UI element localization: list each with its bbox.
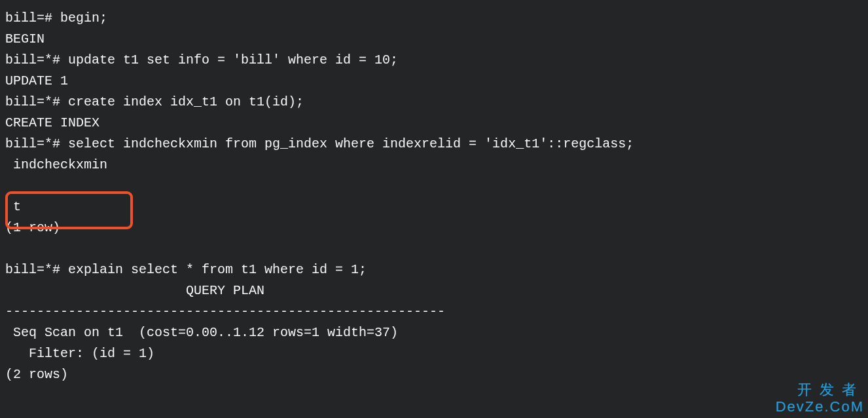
terminal-line: bill=*# create index idx_t1 on t1(id); — [5, 94, 304, 109]
terminal-line: CREATE INDEX — [5, 115, 99, 130]
terminal-line: ----------------------------------------… — [5, 304, 445, 319]
terminal-line: Filter: (id = 1) — [5, 346, 154, 361]
terminal-line: Seq Scan on t1 (cost=0.00..1.12 rows=1 w… — [5, 325, 398, 340]
terminal-line: bill=*# update t1 set info = 'bill' wher… — [5, 52, 398, 67]
terminal-line: (1 row) — [5, 220, 60, 235]
terminal-line: BEGIN — [5, 31, 45, 47]
terminal-line: bill=*# explain select * from t1 where i… — [5, 262, 367, 277]
terminal-output[interactable]: bill=# begin; BEGIN bill=*# update t1 se… — [0, 0, 868, 393]
terminal-line: bill=# begin; — [5, 10, 107, 26]
terminal-line: bill=*# select indcheckxmin from pg_inde… — [5, 136, 634, 151]
terminal-line: t — [5, 199, 21, 214]
watermark-en: DevZe.CoM — [776, 398, 864, 415]
terminal-line: (2 rows) — [5, 367, 68, 382]
terminal-line: QUERY PLAN — [5, 283, 264, 298]
terminal-line: indcheckxmin — [5, 157, 107, 172]
terminal-line: UPDATE 1 — [5, 73, 68, 88]
